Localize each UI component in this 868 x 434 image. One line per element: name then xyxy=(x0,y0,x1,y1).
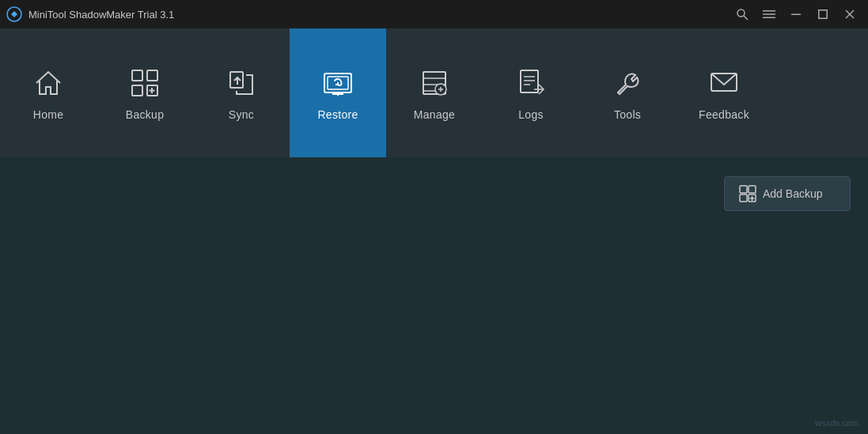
add-backup-icon xyxy=(739,185,756,202)
svg-rect-11 xyxy=(147,70,157,81)
feedback-icon xyxy=(707,66,741,100)
svg-rect-12 xyxy=(132,85,142,96)
nav-item-tools[interactable]: Tools xyxy=(579,28,676,157)
maximize-button[interactable] xyxy=(811,3,835,25)
svg-rect-35 xyxy=(749,186,756,193)
svg-rect-36 xyxy=(740,194,747,202)
nav-item-logs[interactable]: Logs xyxy=(483,28,579,157)
svg-line-2 xyxy=(744,16,748,20)
navbar: Home Backup Sync xyxy=(0,28,868,157)
add-backup-label: Add Backup xyxy=(763,187,823,200)
close-button[interactable] xyxy=(838,3,862,25)
backup-icon xyxy=(127,66,162,100)
titlebar: MiniTool ShadowMaker Trial 3.1 xyxy=(0,0,868,28)
search-button[interactable] xyxy=(730,3,754,25)
home-label: Home xyxy=(33,108,64,121)
nav-item-home[interactable]: Home xyxy=(0,28,97,157)
svg-point-1 xyxy=(737,9,745,17)
svg-rect-10 xyxy=(132,70,142,81)
nav-item-sync[interactable]: Sync xyxy=(193,28,290,157)
restore-label: Restore xyxy=(317,108,358,121)
nav-item-feedback[interactable]: Feedback xyxy=(676,28,772,157)
home-icon xyxy=(31,66,66,100)
backup-label: Backup xyxy=(126,108,165,121)
menu-button[interactable] xyxy=(757,3,781,25)
watermark: wsxdn.com xyxy=(815,418,859,428)
feedback-label: Feedback xyxy=(699,108,749,121)
svg-rect-7 xyxy=(819,10,828,19)
window-controls xyxy=(730,3,862,25)
svg-rect-5 xyxy=(763,17,775,19)
app-title: MiniTool ShadowMaker Trial 3.1 xyxy=(28,9,730,21)
manage-label: Manage xyxy=(414,108,455,121)
app-logo xyxy=(6,6,22,22)
tools-icon xyxy=(610,66,645,100)
svg-rect-3 xyxy=(763,10,775,12)
svg-rect-6 xyxy=(791,14,801,16)
restore-icon xyxy=(320,66,355,100)
manage-icon xyxy=(417,66,452,100)
logs-icon xyxy=(514,66,548,100)
nav-item-backup[interactable]: Backup xyxy=(97,28,193,157)
content-area: Add Backup wsxdn.com xyxy=(0,157,868,434)
sync-icon xyxy=(224,66,259,100)
sync-label: Sync xyxy=(229,108,254,121)
add-backup-button[interactable]: Add Backup xyxy=(724,176,851,211)
logs-label: Logs xyxy=(518,108,544,121)
minimize-button[interactable] xyxy=(784,3,808,25)
svg-rect-34 xyxy=(740,186,747,193)
svg-rect-4 xyxy=(763,13,775,15)
tools-label: Tools xyxy=(614,108,641,121)
nav-item-manage[interactable]: Manage xyxy=(386,28,483,157)
nav-item-restore[interactable]: Restore xyxy=(290,28,386,157)
